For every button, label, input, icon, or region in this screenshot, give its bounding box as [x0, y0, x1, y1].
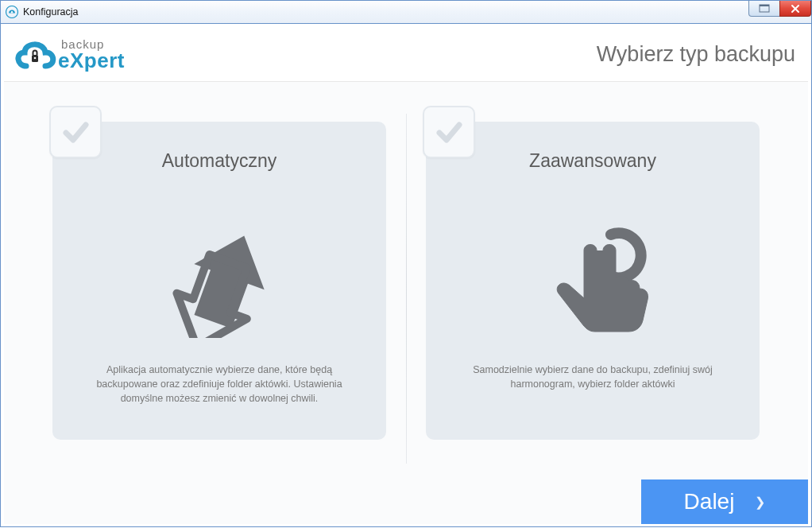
brand-logo: backup eXpert [10, 33, 125, 76]
card-advanced[interactable]: Zaawansowany Samodzielnie wybierz dane d… [426, 122, 760, 440]
brand-line2: eXpert [58, 50, 125, 71]
hand-tap-icon [525, 203, 660, 338]
close-button[interactable] [779, 1, 811, 17]
svg-point-5 [34, 57, 37, 60]
next-button-label: Dalej [684, 489, 735, 514]
card-automatic[interactable]: Automatyczny Aplikacja automatycznie wyb… [52, 122, 386, 440]
cards-row: Automatyczny Aplikacja automatycznie wyb… [17, 106, 795, 472]
app-icon [6, 6, 18, 18]
minimize-button[interactable] [748, 1, 780, 17]
check-icon [60, 116, 91, 148]
content-area: Automatyczny Aplikacja automatycznie wyb… [4, 82, 808, 524]
card-automatic-checkbox[interactable] [49, 106, 102, 158]
chevron-right-icon: ❯ [755, 495, 765, 510]
sync-arrows-icon [148, 203, 291, 338]
cards-divider [406, 114, 407, 464]
card-advanced-icon-wrap [445, 191, 740, 350]
window-titlebar: Konfiguracja [0, 0, 812, 24]
card-advanced-checkbox[interactable] [423, 106, 475, 158]
card-automatic-icon-wrap [72, 191, 367, 350]
window-title: Konfiguracja [23, 6, 79, 17]
window-client-area: backup eXpert Wybierz typ backupu Automa… [0, 24, 812, 527]
svg-rect-3 [760, 5, 769, 6]
next-button[interactable]: Dalej ❯ [641, 479, 808, 524]
card-advanced-title: Zaawansowany [445, 150, 740, 172]
cloud-lock-icon [10, 33, 58, 76]
check-icon [433, 116, 465, 148]
card-advanced-desc: Samodzielnie wybierz dane do backupu, zd… [456, 363, 729, 391]
card-automatic-title: Automatyczny [72, 150, 367, 172]
card-automatic-desc: Aplikacja automatycznie wybierze dane, k… [83, 363, 356, 406]
svg-point-1 [11, 11, 13, 13]
window-controls [748, 1, 811, 17]
page-title: Wybierz typ backupu [597, 42, 795, 67]
header: backup eXpert Wybierz typ backupu [4, 27, 808, 82]
brand-text: backup eXpert [58, 38, 125, 71]
